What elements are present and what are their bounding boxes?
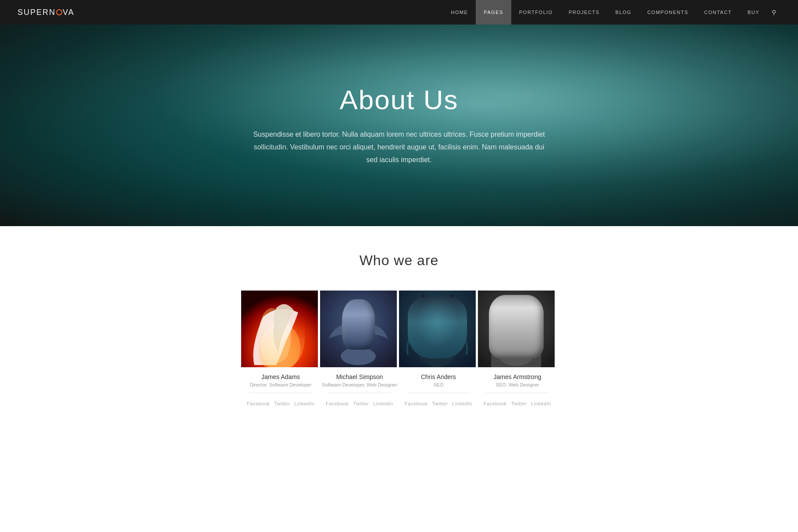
social-twitter[interactable]: Twitter (511, 401, 527, 406)
svg-point-17 (418, 309, 456, 351)
svg-line-30 (516, 310, 526, 319)
svg-rect-23 (478, 291, 555, 367)
svg-point-2 (259, 308, 285, 361)
logo-circle-icon (56, 9, 62, 15)
svg-point-26 (502, 304, 520, 326)
svg-point-12 (350, 314, 360, 328)
team-member-role: Software Developer, Web Designer (320, 382, 399, 387)
svg-point-5 (343, 309, 373, 347)
nav-projects[interactable]: PROJECTS (561, 0, 608, 25)
svg-point-4 (342, 307, 375, 349)
team-divider (249, 393, 312, 393)
social-linkedin[interactable]: LinkedIn (531, 401, 551, 406)
nav-buy[interactable]: BUY (740, 0, 767, 25)
svg-point-20 (429, 324, 432, 327)
nav-home[interactable]: HOME (443, 0, 476, 25)
team-divider (407, 393, 470, 393)
hero-description: Suspendisse et libero tortor. Nulla aliq… (250, 128, 548, 166)
social-facebook[interactable]: Facebook (247, 401, 270, 406)
hero-section: About Us Suspendisse et libero tortor. N… (0, 25, 798, 226)
main-nav: HOME PAGES PORTFOLIO PROJECTS BLOG COMPO… (443, 0, 780, 25)
social-facebook[interactable]: Facebook (405, 401, 428, 406)
team-social-links: Facebook Twitter LinkedIn (241, 397, 320, 410)
team-member-name: James Adams (241, 373, 320, 380)
team-member-role: Director, Software Developer (241, 382, 320, 387)
svg-point-27 (499, 347, 533, 366)
avatar-fire (241, 291, 318, 367)
social-facebook[interactable]: Facebook (484, 401, 506, 406)
svg-point-21 (442, 324, 445, 327)
svg-rect-15 (399, 291, 476, 367)
logo-text-after: VA (63, 8, 75, 17)
social-linkedin[interactable]: LinkedIn (452, 401, 472, 406)
team-section: Who we are (0, 226, 798, 427)
svg-point-22 (430, 320, 438, 327)
svg-rect-32 (518, 324, 527, 326)
section-title: Who we are (9, 252, 789, 269)
social-linkedin[interactable]: LinkedIn (294, 401, 314, 406)
logo-text-before: SUPERN (18, 8, 56, 17)
hero-title: About Us (250, 84, 548, 115)
nav-portfolio[interactable]: PORTFOLIO (511, 0, 561, 25)
avatar-warrior (478, 291, 555, 367)
search-icon[interactable]: ⚲ (767, 0, 780, 25)
nav-components[interactable]: COMPONENTS (639, 0, 696, 25)
nav-pages[interactable]: PAGES (476, 0, 511, 25)
svg-rect-31 (506, 324, 515, 326)
team-card: James Armstrong SEO, Web Designer Facebo… (478, 291, 557, 410)
svg-rect-0 (241, 291, 318, 367)
svg-point-16 (415, 308, 459, 356)
avatar-demon (399, 291, 476, 367)
logo: SUPERN VA (18, 8, 75, 17)
team-member-role: SEO, Web Designer (478, 382, 557, 387)
svg-point-19 (440, 323, 447, 328)
team-social-links: Facebook Twitter LinkedIn (320, 397, 399, 410)
nav-contact[interactable]: CONTACT (696, 0, 740, 25)
social-twitter[interactable]: Twitter (353, 401, 369, 406)
svg-point-24 (495, 301, 537, 346)
header: SUPERN VA HOME PAGES PORTFOLIO PROJECTS … (0, 0, 798, 25)
team-member-name: James Armstrong (478, 373, 557, 380)
team-grid: James Adams Director, Software Developer… (235, 291, 563, 410)
hero-content: About Us Suspendisse et libero tortor. N… (250, 84, 548, 166)
team-member-name: Chris Anders (399, 373, 478, 380)
svg-line-29 (506, 310, 516, 319)
team-social-links: Facebook Twitter LinkedIn (399, 397, 478, 410)
social-linkedin[interactable]: LinkedIn (373, 401, 393, 406)
svg-point-18 (427, 323, 434, 328)
avatar-robot (320, 291, 397, 367)
nav-blog[interactable]: BLOG (608, 0, 640, 25)
social-twitter[interactable]: Twitter (432, 401, 448, 406)
team-member-role: SEO (399, 382, 478, 387)
team-social-links: Facebook Twitter LinkedIn (478, 397, 557, 410)
social-facebook[interactable]: Facebook (326, 401, 349, 406)
svg-point-14 (341, 348, 376, 365)
social-twitter[interactable]: Twitter (274, 401, 290, 406)
team-card: Michael Simpson Software Developer, Web … (320, 291, 399, 410)
svg-point-1 (261, 323, 300, 367)
team-divider (328, 393, 391, 393)
svg-point-25 (497, 301, 535, 341)
team-card: Chris Anders SEO Facebook Twitter Linked… (399, 291, 478, 410)
team-divider (486, 393, 549, 393)
team-card: James Adams Director, Software Developer… (241, 291, 320, 410)
team-member-name: Michael Simpson (320, 373, 399, 380)
